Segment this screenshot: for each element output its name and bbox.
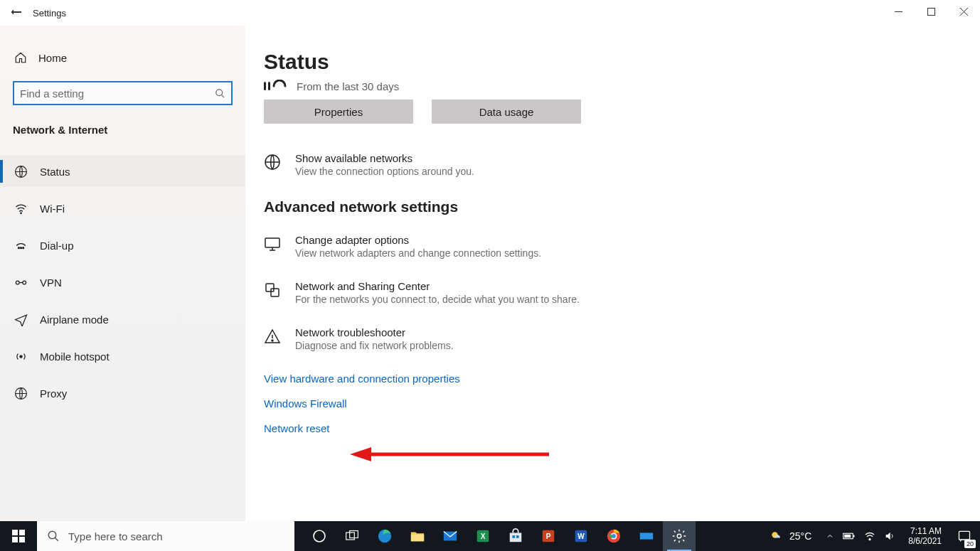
hotspot-icon <box>14 350 28 363</box>
setting-title: Change adapter options <box>295 234 541 246</box>
sidebar-item-label: Wi-Fi <box>40 203 65 215</box>
battery-icon[interactable] <box>843 532 856 540</box>
network-sharing-center[interactable]: Network and Sharing Center For the netwo… <box>264 280 962 305</box>
taskbar-clock[interactable]: 7:11 AM 8/6/2021 <box>901 526 949 547</box>
search-input[interactable] <box>20 87 215 100</box>
sidebar-item-hotspot[interactable]: Mobile hotspot <box>0 341 245 372</box>
sidebar-item-label: Proxy <box>40 387 67 400</box>
taskbar-edge[interactable] <box>368 521 401 551</box>
home-icon <box>14 51 27 64</box>
svg-point-34 <box>314 530 325 542</box>
sidebar-item-status[interactable]: Status <box>0 156 245 187</box>
monitor-icon <box>264 234 282 259</box>
taskbar-cortana[interactable] <box>303 521 336 551</box>
taskbar-settings[interactable] <box>663 521 696 551</box>
svg-rect-36 <box>350 531 358 538</box>
data-usage-icon <box>264 80 287 92</box>
sidebar-item-dialup[interactable]: Dial-up <box>0 230 245 261</box>
taskbar-app[interactable] <box>630 521 663 551</box>
start-button[interactable] <box>0 521 37 551</box>
chevron-up-icon[interactable] <box>826 532 834 540</box>
taskbar-notifications[interactable]: 20 <box>949 521 980 551</box>
taskbar-chrome[interactable] <box>597 521 630 551</box>
wifi-icon <box>14 202 28 215</box>
sidebar-item-wifi[interactable]: Wi-Fi <box>0 193 245 224</box>
taskbar-mail[interactable] <box>434 521 467 551</box>
network-troubleshooter[interactable]: Network troubleshooter Diagnose and fix … <box>264 326 962 351</box>
taskbar-search[interactable]: Type here to search <box>37 521 294 551</box>
svg-rect-23 <box>271 289 279 296</box>
tray-icons[interactable] <box>820 530 901 542</box>
svg-rect-57 <box>845 535 851 538</box>
setting-desc: View network adapters and change connect… <box>295 247 541 259</box>
properties-button[interactable]: Properties <box>264 100 413 124</box>
minimize-button[interactable] <box>882 0 915 23</box>
sidebar-item-label: Mobile hotspot <box>40 351 110 363</box>
globe-icon <box>264 152 282 177</box>
svg-point-9 <box>21 247 22 248</box>
sidebar-home-label: Home <box>38 52 67 64</box>
data-usage-button[interactable]: Data usage <box>432 100 581 124</box>
maximize-button[interactable] <box>915 0 947 23</box>
taskbar-search-placeholder: Type here to search <box>68 530 163 542</box>
taskbar: Type here to search X P W <box>0 521 980 551</box>
dialup-icon <box>14 239 28 252</box>
svg-point-10 <box>23 247 24 248</box>
link-network-reset[interactable]: Network reset <box>264 422 330 434</box>
window-controls <box>882 0 980 23</box>
sidebar-item-label: Airplane mode <box>40 314 109 326</box>
taskbar-word[interactable]: W <box>565 521 597 551</box>
link-hardware-properties[interactable]: View hardware and connection properties <box>264 373 460 385</box>
taskbar-tray: 25°C 7:11 AM 8/6/2021 20 <box>761 521 980 551</box>
svg-rect-29 <box>19 530 25 535</box>
setting-desc: Diagnose and fix network problems. <box>295 340 454 351</box>
setting-desc: View the connection options around you. <box>295 166 474 177</box>
svg-rect-52 <box>640 533 653 539</box>
taskbar-excel[interactable]: X <box>467 521 499 551</box>
setting-title: Network and Sharing Center <box>295 280 580 292</box>
svg-text:P: P <box>546 533 551 540</box>
setting-title: Show available networks <box>295 152 474 164</box>
search-box[interactable] <box>13 81 233 105</box>
main-content: Status From the last 30 days Properties … <box>245 26 980 521</box>
sidebar-item-airplane[interactable]: Airplane mode <box>0 304 245 335</box>
svg-point-12 <box>23 281 26 284</box>
volume-icon[interactable] <box>884 530 895 542</box>
window-title: Settings <box>33 8 66 18</box>
svg-line-5 <box>221 95 224 97</box>
sidebar-section-title: Network & Internet <box>0 118 245 146</box>
close-button[interactable] <box>947 0 980 23</box>
taskbar-store[interactable] <box>499 521 532 551</box>
search-icon <box>215 88 225 99</box>
svg-rect-44 <box>516 535 519 538</box>
weather-temp: 25°C <box>789 530 811 542</box>
wifi-tray-icon[interactable] <box>864 530 875 542</box>
svg-rect-38 <box>411 535 424 541</box>
back-button[interactable]: 🠔 <box>0 6 33 19</box>
svg-rect-19 <box>265 238 279 247</box>
taskbar-explorer[interactable] <box>401 521 434 551</box>
svg-rect-1 <box>927 8 934 15</box>
sidebar-item-vpn[interactable]: VPN <box>0 267 245 298</box>
link-windows-firewall[interactable]: Windows Firewall <box>264 397 347 410</box>
change-adapter-options[interactable]: Change adapter options View network adap… <box>264 234 962 259</box>
taskbar-weather[interactable]: 25°C <box>761 529 820 543</box>
taskbar-task-view[interactable] <box>336 521 368 551</box>
vpn-icon <box>14 276 28 289</box>
svg-rect-35 <box>346 533 355 540</box>
setting-title: Network troubleshooter <box>295 326 454 338</box>
sidebar-item-proxy[interactable]: Proxy <box>0 378 245 409</box>
svg-text:W: W <box>577 533 585 540</box>
svg-rect-28 <box>12 530 18 535</box>
sidebar-home[interactable]: Home <box>0 44 245 71</box>
notification-count: 20 <box>964 540 976 548</box>
setting-desc: For the networks you connect to, decide … <box>295 294 580 305</box>
taskbar-powerpoint[interactable]: P <box>532 521 565 551</box>
taskbar-date: 8/6/2021 <box>908 536 942 546</box>
svg-point-11 <box>16 281 19 284</box>
titlebar: 🠔 Settings <box>0 0 980 26</box>
status-subline: From the last 30 days <box>264 80 962 92</box>
show-available-networks[interactable]: Show available networks View the connect… <box>264 152 962 177</box>
svg-rect-43 <box>512 535 515 538</box>
svg-text:X: X <box>481 533 486 540</box>
